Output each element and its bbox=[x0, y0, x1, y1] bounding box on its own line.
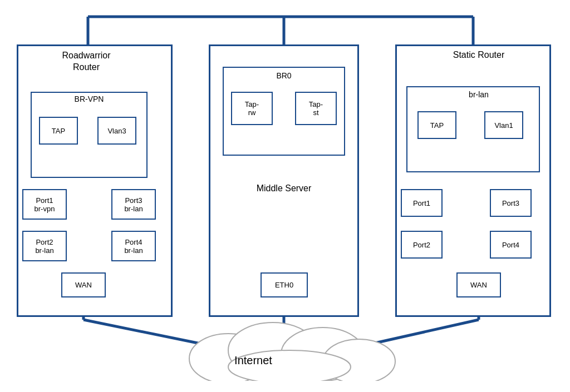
st-port1-box: Port1 bbox=[401, 189, 443, 217]
br-vpn-label: BR-VPN bbox=[61, 95, 117, 103]
rw-port2-box: Port2br-lan bbox=[22, 231, 67, 261]
st-vlan1-box: Vlan1 bbox=[484, 111, 523, 139]
br-lan-label: br-lan bbox=[451, 90, 507, 99]
rw-wan-box: WAN bbox=[61, 272, 106, 297]
st-port3-box: Port3 bbox=[490, 189, 532, 217]
st-tap-box: TAP bbox=[417, 111, 456, 139]
middle-server-label: Middle Server bbox=[220, 183, 348, 193]
br0-label: BR0 bbox=[256, 71, 312, 80]
rw-port4-box: Port4br-lan bbox=[111, 231, 156, 261]
eth0-box: ETH0 bbox=[261, 272, 308, 297]
tap-rw-box: Tap-rw bbox=[231, 92, 273, 125]
tap-st-box: Tap-st bbox=[295, 92, 337, 125]
rw-vlan3-box: Vlan3 bbox=[97, 117, 136, 145]
st-port4-box: Port4 bbox=[490, 231, 532, 259]
st-wan-box: WAN bbox=[456, 272, 501, 297]
rw-tap-box: TAP bbox=[39, 117, 78, 145]
svg-text:Internet: Internet bbox=[234, 354, 272, 366]
static-router-label: Static Router bbox=[423, 50, 534, 60]
network-diagram: RoadwarriorRouter BR-VPN TAP Vlan3 Port1… bbox=[0, 0, 570, 392]
st-port2-box: Port2 bbox=[401, 231, 443, 259]
rw-port1-box: Port1br-vpn bbox=[22, 189, 67, 220]
internet-cloud: Internet bbox=[161, 314, 406, 381]
roadwarrior-label: RoadwarriorRouter bbox=[36, 50, 136, 73]
rw-port3-box: Port3br-lan bbox=[111, 189, 156, 220]
